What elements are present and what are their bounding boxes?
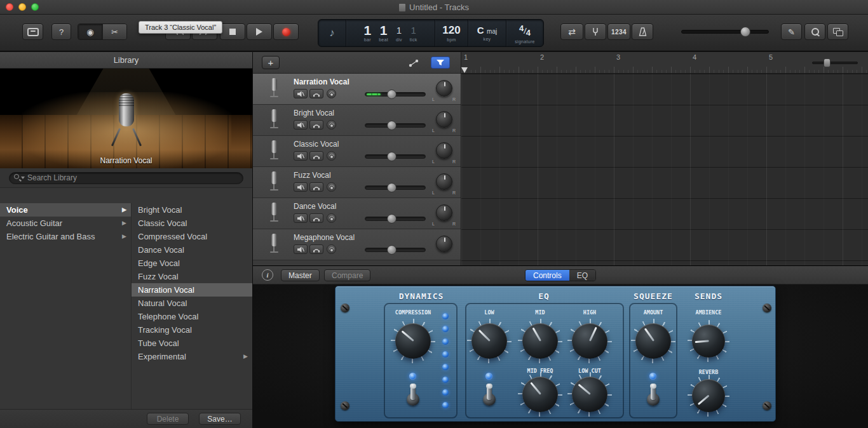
track-row[interactable]: Bright Vocal L R: [253, 105, 461, 136]
low-knob[interactable]: [471, 323, 507, 359]
stop-button[interactable]: [220, 23, 245, 40]
media-browser-button[interactable]: [827, 23, 848, 40]
track-row[interactable]: Megaphone Vocal: [253, 229, 461, 260]
patch-item[interactable]: Classic Vocal: [132, 217, 252, 230]
pan-knob[interactable]: [436, 173, 452, 190]
solo-button[interactable]: [309, 213, 323, 223]
mute-button[interactable]: [294, 182, 308, 192]
library-toggle-button[interactable]: [22, 23, 43, 40]
master-volume-slider[interactable]: [681, 30, 769, 34]
track-row[interactable]: Classic Vocal L R: [253, 136, 461, 167]
patch-item[interactable]: Experimental▶: [132, 350, 252, 363]
track-volume-slider[interactable]: [365, 123, 426, 128]
compare-button[interactable]: Compare: [324, 269, 370, 281]
record-button[interactable]: [273, 23, 299, 40]
tuner-button[interactable]: [585, 23, 606, 40]
solo-button[interactable]: [309, 151, 323, 161]
volume-thumb[interactable]: [387, 214, 397, 224]
category-voice[interactable]: Voice▶: [0, 203, 131, 217]
amount-knob[interactable]: [635, 323, 671, 359]
playhead[interactable]: [461, 67, 468, 73]
volume-thumb[interactable]: [387, 121, 397, 130]
track-filter-button[interactable]: [431, 57, 450, 69]
mute-button[interactable]: [294, 89, 308, 98]
patch-item[interactable]: Edge Vocal: [132, 257, 252, 270]
add-track-button[interactable]: +: [262, 56, 280, 69]
solo-button[interactable]: [309, 89, 323, 98]
pan-knob[interactable]: [436, 142, 452, 159]
mute-button[interactable]: [294, 120, 308, 130]
solo-button[interactable]: [309, 120, 323, 130]
category-acoustic-guitar[interactable]: Acoustic Guitar▶: [0, 217, 131, 230]
mid-freq-knob[interactable]: [522, 377, 558, 412]
input-monitor-button[interactable]: [327, 182, 336, 192]
pan-knob[interactable]: [436, 236, 452, 252]
tab-eq[interactable]: EQ: [569, 270, 595, 281]
input-monitor-button[interactable]: [327, 151, 336, 161]
pan-knob[interactable]: [436, 80, 452, 97]
track-volume-slider[interactable]: [365, 217, 426, 221]
save-button[interactable]: Save…: [199, 413, 241, 425]
low-cut-knob[interactable]: [572, 377, 607, 412]
track-volume-slider[interactable]: [365, 185, 426, 190]
volume-thumb[interactable]: [387, 152, 397, 161]
zoom-thumb[interactable]: [824, 58, 831, 67]
patch-item[interactable]: Tube Vocal: [132, 337, 252, 350]
mute-button[interactable]: [294, 213, 308, 223]
track-volume-slider[interactable]: [365, 92, 426, 97]
track-volume-slider[interactable]: [365, 154, 426, 159]
input-monitor-button[interactable]: [327, 213, 336, 223]
squeeze-toggle-switch[interactable]: [646, 383, 660, 407]
count-in-button[interactable]: 1234: [607, 23, 630, 40]
help-button[interactable]: ?: [51, 23, 71, 40]
timeline-grid[interactable]: [461, 74, 868, 265]
ambience-knob[interactable]: [692, 324, 725, 358]
dynamics-toggle-switch[interactable]: [406, 383, 420, 407]
patch-item[interactable]: Tracking Vocal: [132, 323, 252, 337]
eq-toggle-switch[interactable]: [482, 383, 496, 407]
lcd-display[interactable]: ♪ 1bar 1beat 1div 1tick 120 bpm C maj ke…: [318, 19, 544, 47]
volume-thumb[interactable]: [387, 183, 397, 192]
patch-item[interactable]: Fuzz Vocal: [132, 270, 252, 283]
input-monitor-button[interactable]: [327, 120, 336, 130]
mute-button[interactable]: [294, 151, 308, 161]
zoom-slider[interactable]: [812, 58, 858, 68]
solo-button[interactable]: [309, 182, 323, 192]
input-monitor-button[interactable]: [327, 89, 336, 98]
category-electric-guitar-bass[interactable]: Electric Guitar and Bass▶: [0, 230, 131, 243]
search-options-arrow[interactable]: [21, 177, 25, 179]
lcd-mode-cell[interactable]: ♪: [318, 20, 346, 46]
timeline-ruler[interactable]: 1 2 3 4 5: [461, 52, 868, 74]
info-button[interactable]: i: [262, 269, 273, 281]
master-button[interactable]: Master: [281, 269, 320, 281]
metronome-button[interactable]: [632, 23, 653, 40]
master-volume-thumb[interactable]: [740, 27, 750, 37]
patch-item-selected[interactable]: Narration Vocal: [132, 283, 252, 297]
play-button[interactable]: [247, 23, 272, 40]
pan-knob[interactable]: [436, 204, 452, 221]
cycle-button[interactable]: ⇄: [560, 23, 583, 40]
volume-thumb[interactable]: [387, 90, 397, 99]
patch-item[interactable]: Compressed Vocal: [132, 230, 252, 243]
track-volume-slider[interactable]: [365, 248, 426, 252]
patch-item[interactable]: Telephone Vocal: [132, 310, 252, 323]
track-row[interactable]: Fuzz Vocal L R: [253, 167, 461, 198]
mute-button[interactable]: [294, 244, 308, 254]
lcd-key-cell[interactable]: C maj key: [468, 20, 506, 46]
search-input[interactable]: [9, 172, 243, 184]
lcd-time-cell[interactable]: 1bar 1beat 1div 1tick: [346, 20, 435, 46]
compression-knob[interactable]: [395, 323, 431, 359]
lcd-signature-cell[interactable]: 4/4 signature: [506, 20, 543, 46]
patch-item[interactable]: Dance Vocal: [132, 243, 252, 257]
automation-button[interactable]: [405, 57, 422, 69]
pan-knob[interactable]: [436, 111, 452, 128]
input-monitor-button[interactable]: [327, 244, 336, 254]
patch-item[interactable]: Natural Vocal: [132, 297, 252, 310]
reverb-knob[interactable]: [692, 379, 725, 412]
mid-knob[interactable]: [522, 323, 558, 359]
high-knob[interactable]: [572, 323, 607, 359]
track-row[interactable]: Dance Vocal L R: [253, 198, 461, 229]
tab-controls[interactable]: Controls: [526, 270, 569, 281]
lcd-tempo-cell[interactable]: 120 bpm: [435, 20, 468, 46]
notepad-button[interactable]: ✎: [781, 23, 802, 40]
